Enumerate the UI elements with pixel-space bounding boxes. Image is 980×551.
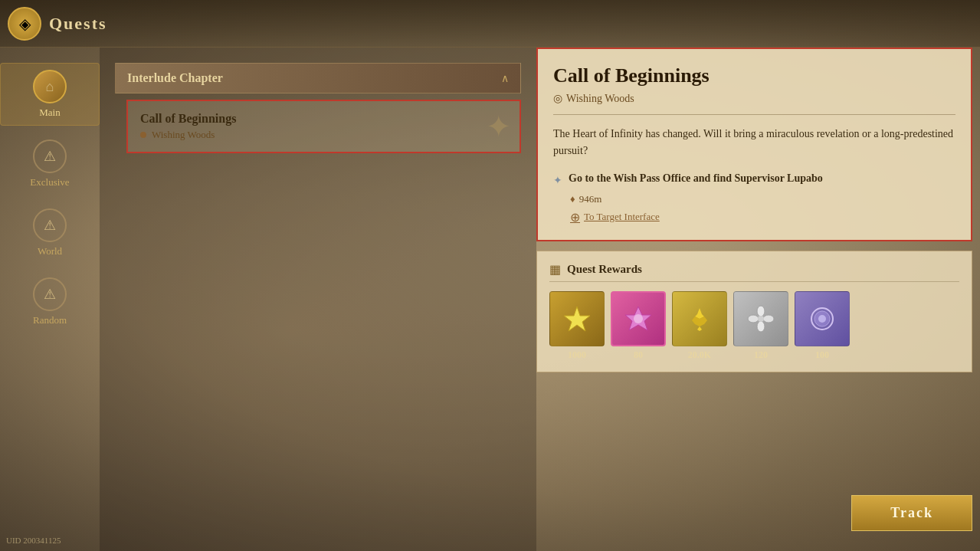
reward-count-1: 1000 <box>568 349 586 361</box>
uid-text: UID 200341125 <box>6 536 61 545</box>
header-icon-glyph: ◈ <box>19 15 31 33</box>
header-icon: ◈ <box>8 7 41 41</box>
sidebar-item-random-label: Random <box>33 314 67 326</box>
detail-distance: ♦ 946m <box>570 193 955 205</box>
sidebar-item-random[interactable]: ⚠ Random <box>0 271 100 333</box>
location-dot <box>140 132 146 138</box>
track-button[interactable]: Track <box>851 495 972 531</box>
detail-location-icon: ◎ <box>553 92 562 105</box>
detail-location-text: Wishing Woods <box>566 93 634 105</box>
sidebar-item-exclusive-label: Exclusive <box>30 176 69 189</box>
reward-item-3: 20.0K <box>672 291 727 361</box>
svg-point-6 <box>748 315 759 323</box>
detail-description: The Heart of Infinity has changed. Will … <box>553 126 955 160</box>
svg-marker-0 <box>564 307 590 331</box>
exclusive-icon: ⚠ <box>33 139 67 173</box>
nav-link-icon: ⊕ <box>570 210 580 225</box>
detail-objective: ✦ Go to the Wish Pass Office and find Su… <box>553 172 955 187</box>
reward-item-1: 1000 <box>549 291 605 361</box>
reward-count-5: 100 <box>815 349 829 361</box>
detail-card: Call of Beginnings ◎ Wishing Woods The H… <box>536 48 972 241</box>
detail-divider <box>553 114 955 115</box>
reward-box-2 <box>611 291 666 346</box>
objective-icon: ✦ <box>553 174 562 187</box>
reward-icon-1 <box>562 303 592 334</box>
reward-box-3 <box>672 291 727 346</box>
header-bar: ◈ Quests <box>0 0 980 48</box>
reward-box-1 <box>549 291 605 346</box>
chapter-arrow: ∧ <box>501 72 509 85</box>
quest-name: Call of Beginnings <box>140 112 507 126</box>
sidebar-item-main[interactable]: ⌂ Main <box>0 63 100 126</box>
quest-location-text: Wishing Woods <box>152 129 215 141</box>
rewards-header: ▦ Quest Rewards <box>549 262 959 282</box>
reward-icon-5 <box>807 303 837 334</box>
svg-point-3 <box>757 306 765 316</box>
world-icon: ⚠ <box>33 208 67 242</box>
rewards-title: Quest Rewards <box>567 263 642 276</box>
sidebar-item-main-label: Main <box>39 107 60 119</box>
reward-count-4: 120 <box>754 349 768 361</box>
main-icon: ⌂ <box>33 70 67 103</box>
sidebar-nav: ⌂ Main ⚠ Exclusive ⚠ World ⚠ Random <box>0 48 100 340</box>
reward-box-5 <box>795 291 850 346</box>
svg-point-2 <box>634 314 643 323</box>
quest-item[interactable]: ✦ Call of Beginnings Wishing Woods <box>126 100 521 153</box>
svg-point-10 <box>818 315 826 323</box>
sidebar-item-exclusive[interactable]: ⚠ Exclusive <box>0 133 100 195</box>
nav-link-text: To Target Interface <box>584 211 660 223</box>
rewards-grid: 1000 80 <box>549 291 959 361</box>
reward-count-2: 80 <box>634 349 643 361</box>
distance-dot: ♦ <box>570 193 575 205</box>
svg-point-7 <box>758 316 764 322</box>
random-icon: ⚠ <box>33 277 67 311</box>
sidebar-item-world-label: World <box>38 245 62 257</box>
detail-quest-title: Call of Beginnings <box>553 64 955 87</box>
reward-item-5: 100 <box>795 291 850 361</box>
reward-icon-4 <box>746 303 776 334</box>
header-title: Quests <box>49 14 107 34</box>
reward-count-3: 20.0K <box>688 349 711 361</box>
sidebar-item-world[interactable]: ⚠ World <box>0 202 100 264</box>
reward-icon-3 <box>684 303 715 334</box>
rewards-icon: ▦ <box>549 262 561 277</box>
detail-panel: Call of Beginnings ◎ Wishing Woods The H… <box>536 48 972 543</box>
quest-location: Wishing Woods <box>140 129 507 141</box>
chapter-title: Interlude Chapter <box>127 71 223 85</box>
detail-location: ◎ Wishing Woods <box>553 92 955 105</box>
reward-box-4 <box>733 291 788 346</box>
reward-item-2: 80 <box>611 291 666 361</box>
distance-value: 946m <box>579 193 602 205</box>
quest-list-panel: Interlude Chapter ∧ ✦ Call of Beginnings… <box>100 48 536 551</box>
reward-item-4: 120 <box>733 291 788 361</box>
chapter-header[interactable]: Interlude Chapter ∧ <box>115 63 521 93</box>
reward-icon-2 <box>622 303 654 335</box>
svg-point-5 <box>757 321 765 332</box>
objective-text: Go to the Wish Pass Office and find Supe… <box>569 172 823 185</box>
rewards-section: ▦ Quest Rewards 1000 <box>536 251 972 372</box>
svg-point-4 <box>763 315 774 323</box>
detail-nav-link[interactable]: ⊕ To Target Interface <box>570 210 955 225</box>
